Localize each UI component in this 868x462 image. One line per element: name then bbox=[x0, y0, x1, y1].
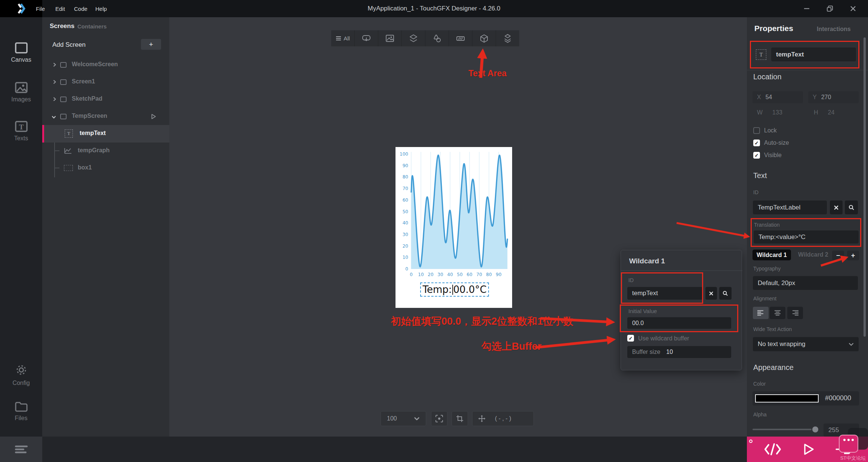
clear-text-id-button[interactable] bbox=[830, 201, 843, 214]
zoom-select[interactable]: 100 bbox=[381, 411, 426, 426]
autosize-checkbox[interactable]: ✓ bbox=[753, 140, 760, 146]
textarea-icon: T bbox=[65, 129, 73, 138]
align-left-button[interactable] bbox=[753, 307, 769, 319]
all-label: All bbox=[344, 35, 350, 42]
initial-value-label: Initial Value bbox=[628, 308, 657, 314]
run-target-button[interactable] bbox=[835, 443, 851, 455]
text-heading: Text bbox=[753, 171, 767, 180]
sidebar-item-canvas[interactable]: Canvas bbox=[0, 42, 42, 63]
chevron-right-icon[interactable] bbox=[52, 62, 57, 67]
alpha-value-field[interactable]: 255 bbox=[824, 423, 859, 437]
tree-item-screen[interactable]: SketchPad bbox=[42, 91, 169, 108]
temptext-widget-selected[interactable]: Temp:00.0°C bbox=[420, 282, 489, 297]
align-center-button[interactable] bbox=[770, 307, 785, 319]
wildcard-id-input[interactable]: tempText bbox=[627, 287, 703, 300]
tab-interactions[interactable]: Interactions bbox=[817, 26, 851, 33]
generate-code-button[interactable] bbox=[764, 443, 781, 455]
search-text-id-button[interactable] bbox=[845, 201, 858, 214]
focus-icon bbox=[435, 414, 443, 423]
scrollbar-thumb[interactable] bbox=[864, 37, 866, 337]
design-canvas[interactable]: All 010203040506070809001020304050607080… bbox=[169, 17, 747, 437]
chevron-right-icon[interactable] bbox=[52, 80, 57, 84]
visible-checkbox[interactable]: ✓ bbox=[753, 152, 760, 159]
widgets-misc-category[interactable] bbox=[473, 30, 496, 46]
tab-screens[interactable]: Screens bbox=[50, 22, 74, 30]
x-field[interactable]: X 54 bbox=[752, 91, 803, 103]
properties-panel: Properties Interactions T tempText Locat… bbox=[747, 17, 868, 437]
widgets-containers-category[interactable] bbox=[402, 30, 425, 46]
add-wildcard-button[interactable]: + bbox=[847, 251, 859, 260]
tree-item-screen[interactable]: Screen1 bbox=[42, 73, 169, 91]
close-icon[interactable] bbox=[843, 0, 864, 17]
divider bbox=[621, 270, 742, 271]
tab-containers[interactable]: Containers bbox=[77, 23, 107, 30]
widgets-progress-category[interactable] bbox=[449, 30, 472, 46]
svg-text:60: 60 bbox=[403, 198, 408, 203]
move-icon bbox=[478, 414, 486, 423]
x-value: 54 bbox=[766, 94, 772, 101]
sidebar-item-texts[interactable]: T Texts bbox=[0, 120, 42, 142]
initial-value-input[interactable]: 00.0 bbox=[627, 317, 731, 329]
alpha-label: Alpha bbox=[753, 411, 767, 417]
tree-item-screen[interactable]: WelcomeScreen bbox=[42, 56, 169, 73]
wildcard2-tab[interactable]: Wildcard 2 bbox=[798, 251, 828, 258]
tab-properties[interactable]: Properties bbox=[754, 24, 793, 33]
alpha-slider-track[interactable] bbox=[752, 429, 812, 430]
buffer-size-field[interactable]: Buffer size 10 bbox=[627, 346, 731, 358]
tree-item-box1[interactable]: box1 bbox=[42, 159, 169, 177]
autosize-row[interactable]: ✓ Auto-size bbox=[753, 140, 789, 146]
text-id-input[interactable]: TempTextLabel bbox=[753, 201, 827, 214]
typography-field[interactable]: Default, 20px bbox=[753, 276, 858, 290]
svg-text:10: 10 bbox=[403, 255, 408, 260]
tree-item-screen-expanded[interactable]: TempScreen bbox=[42, 108, 169, 125]
chevron-down-icon bbox=[414, 417, 420, 420]
tree-item-temptext-selected[interactable]: T tempText bbox=[42, 125, 169, 143]
wildcard1-tab[interactable]: Wildcard 1 bbox=[752, 250, 791, 260]
title-bar: File Edit Code Help MyApplication_1 - To… bbox=[0, 0, 868, 17]
clear-id-button[interactable] bbox=[705, 287, 717, 300]
widgets-images-category[interactable] bbox=[378, 30, 401, 46]
sidebar-item-config[interactable]: Config bbox=[0, 363, 42, 386]
restore-button[interactable] bbox=[819, 0, 840, 17]
tree-item-label: tempGraph bbox=[78, 147, 110, 154]
chevron-down-icon[interactable] bbox=[52, 115, 56, 119]
wide-text-action-dropdown[interactable]: No text wrapping bbox=[753, 337, 859, 351]
tree-item-label: Screen1 bbox=[72, 78, 95, 85]
pointer-position[interactable]: ( - , - ) bbox=[472, 411, 534, 426]
minimize-button[interactable] bbox=[796, 0, 817, 17]
tree-item-tempgraph[interactable]: tempGraph bbox=[42, 142, 169, 159]
chevron-right-icon[interactable] bbox=[52, 97, 57, 101]
lock-row[interactable]: Lock bbox=[753, 127, 777, 134]
align-left-icon bbox=[757, 310, 764, 316]
menu-help[interactable]: Help bbox=[89, 0, 114, 17]
alpha-slider-thumb[interactable] bbox=[812, 426, 818, 432]
widget-name-input[interactable]: tempText bbox=[771, 48, 856, 61]
run-screen-icon[interactable] bbox=[150, 113, 157, 120]
crop-button[interactable] bbox=[452, 411, 468, 426]
screen-preview[interactable]: 0102030405060708090010203040506070809010… bbox=[395, 147, 512, 308]
sidebar-item-images[interactable]: Images bbox=[0, 82, 42, 103]
add-screen-button[interactable]: + bbox=[141, 39, 161, 50]
svg-text:40: 40 bbox=[447, 272, 453, 277]
widgets-buttons-category[interactable] bbox=[355, 30, 378, 46]
widgets-shapes-category[interactable] bbox=[425, 30, 449, 46]
lock-checkbox[interactable] bbox=[753, 127, 760, 134]
widgets-custom-category[interactable] bbox=[496, 30, 519, 46]
fit-to-screen-button[interactable] bbox=[431, 411, 447, 426]
use-wildcard-buffer-checkbox[interactable]: ✓ bbox=[627, 335, 634, 342]
left-toolbar: Canvas Images T Texts Config Files bbox=[0, 17, 42, 437]
coords-value: ( - , - ) bbox=[495, 415, 511, 422]
widgets-all-button[interactable]: All bbox=[331, 30, 354, 46]
run-simulator-button[interactable] bbox=[802, 443, 815, 456]
sidebar-item-files[interactable]: Files bbox=[0, 400, 42, 422]
hamburger-menu-icon[interactable] bbox=[15, 445, 28, 453]
color-swatch[interactable] bbox=[755, 394, 819, 403]
color-row[interactable]: #000000 bbox=[752, 391, 859, 406]
add-screen-label: Add Screen bbox=[52, 41, 86, 49]
align-right-button[interactable] bbox=[787, 307, 803, 319]
remove-wildcard-button[interactable]: − bbox=[832, 251, 844, 260]
translation-input[interactable]: Temp:<value>°C bbox=[754, 230, 859, 244]
y-field[interactable]: Y 270 bbox=[808, 91, 859, 103]
visible-row[interactable]: ✓ Visible bbox=[753, 152, 782, 159]
search-id-button[interactable] bbox=[719, 287, 732, 300]
